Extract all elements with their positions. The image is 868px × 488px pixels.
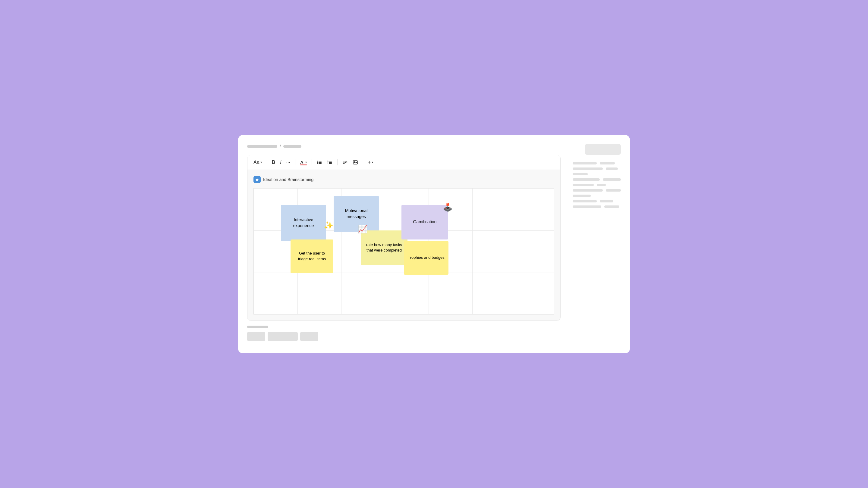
sidebar-pill [597, 184, 606, 186]
top-right-button[interactable] [585, 144, 621, 155]
toolbar: Aa ▾ B I ··· A ▾ [247, 155, 560, 170]
link-button[interactable] [342, 160, 348, 165]
canvas-area: Ideation and Brainstorming Interactive e… [247, 170, 560, 321]
chevron-down-icon: ▾ [260, 161, 262, 164]
sidebar-pill [572, 167, 603, 170]
sticky-note-rate-tasks[interactable]: rate how many tasks that were completed [361, 230, 407, 265]
sticky-note-motivational[interactable]: Motivational messages [334, 196, 379, 232]
chevron-down-icon: ▾ [372, 161, 373, 164]
italic-button[interactable]: I [280, 160, 281, 165]
font-size-button[interactable]: Aa ▾ [253, 160, 262, 165]
svg-text:3.: 3. [327, 163, 329, 164]
toolbar-divider [295, 159, 296, 165]
sidebar-row [572, 189, 621, 192]
sidebar-row [572, 195, 621, 197]
sidebar-pill [572, 162, 597, 164]
canvas-grid[interactable]: Interactive experience Motivational mess… [253, 188, 554, 315]
editor-wrapper: Aa ▾ B I ··· A ▾ [247, 155, 561, 321]
sidebar-row [572, 178, 621, 181]
sidebar-pill [572, 200, 597, 202]
bottom-buttons [247, 332, 561, 341]
chevron-down-icon: ▾ [305, 161, 307, 164]
text-color-button[interactable]: A ▾ [300, 160, 307, 165]
font-label: Aa [253, 160, 259, 165]
numbered-list-button[interactable]: 1. 2. 3. [327, 160, 333, 165]
sidebar-pill [572, 178, 600, 181]
more-options-button[interactable]: ··· [286, 160, 290, 165]
svg-point-0 [317, 161, 318, 161]
svg-rect-9 [329, 162, 332, 163]
sticky-note-gamification[interactable]: Gamification [401, 205, 448, 239]
section-icon [253, 176, 261, 183]
sidebar-pill [600, 162, 615, 164]
bottom-area [247, 326, 561, 341]
sidebar-pill [603, 178, 621, 181]
link-icon [342, 160, 348, 165]
sidebar-pill [572, 173, 588, 175]
sidebar-pill [572, 184, 594, 186]
sidebar-row [572, 162, 621, 164]
section-header: Ideation and Brainstorming [253, 176, 554, 183]
svg-rect-3 [318, 162, 321, 163]
sidebar-pill [572, 195, 591, 197]
breadcrumb: / [247, 144, 621, 149]
bullet-list-icon [317, 160, 322, 165]
bold-button[interactable]: B [272, 160, 276, 165]
sidebar-pill [572, 189, 603, 192]
sidebar-row [572, 200, 621, 202]
image-button[interactable] [352, 160, 358, 165]
sticky-note-trophies[interactable]: Trophies and badges [404, 241, 448, 275]
bottom-pill [247, 326, 268, 328]
sidebar-pill [606, 167, 618, 170]
sticky-note-triage[interactable]: Get the user to triage real items [290, 239, 333, 273]
toolbar-divider [337, 159, 338, 165]
right-sidebar [572, 162, 621, 208]
bullet-list-button[interactable] [317, 160, 322, 165]
sidebar-pill [572, 205, 601, 208]
numbered-list-icon: 1. 2. 3. [327, 160, 333, 165]
svg-rect-5 [318, 163, 321, 164]
sidebar-pill [604, 205, 619, 208]
sidebar-pill [600, 200, 613, 202]
sidebar-row [572, 173, 621, 175]
image-icon [352, 160, 358, 165]
sidebar-row [572, 167, 621, 170]
svg-rect-7 [329, 161, 332, 161]
main-container: / [238, 135, 630, 353]
sidebar-row [572, 205, 621, 208]
bottom-btn-3[interactable] [300, 332, 318, 341]
color-underline [300, 164, 307, 165]
svg-point-4 [317, 163, 318, 164]
add-more-button[interactable]: + ▾ [368, 160, 373, 165]
sidebar-pill [606, 189, 621, 192]
svg-rect-1 [318, 161, 321, 161]
bottom-btn-1[interactable] [247, 332, 265, 341]
breadcrumb-part1 [247, 145, 277, 148]
bottom-btn-2[interactable] [268, 332, 298, 341]
breadcrumb-separator: / [280, 144, 281, 149]
svg-rect-11 [329, 163, 332, 164]
breadcrumb-part2 [283, 145, 301, 148]
toolbar-divider [312, 159, 312, 165]
toolbar-divider [363, 159, 363, 165]
section-title: Ideation and Brainstorming [263, 177, 313, 182]
svg-point-2 [317, 162, 318, 163]
sticky-note-interactive[interactable]: Interactive experience [281, 205, 326, 241]
sidebar-row [572, 184, 621, 186]
